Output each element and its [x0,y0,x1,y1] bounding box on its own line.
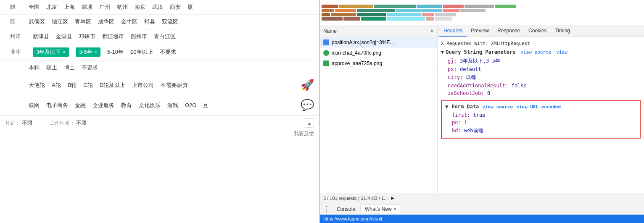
city-xian[interactable]: 西安 [170,3,181,11]
network-status-bar: 3 / 101 requests | 21.4 KB / 1... ▶ [320,193,644,203]
city-more[interactable]: 厦 [187,3,193,11]
fund-series-b[interactable]: B轮 [68,81,77,89]
sub-qingbaijiang[interactable]: 青白江区 [154,33,176,40]
city-shenzhen[interactable]: 深圳 [82,3,92,11]
left-panel: 限 全国 北京 上海 深圳 广州 杭州 南京 武汉 西安 厦 区 武侯区 锦江区… [0,0,319,223]
district-wuhou[interactable]: 武侯区 [29,18,45,26]
industry-o2o[interactable]: O2O [185,102,196,108]
sub-dujiangyan[interactable]: 都江堰市 [102,33,124,40]
tab-response[interactable]: Response [493,25,524,37]
sub-pengzhou[interactable]: 彭州市 [131,33,147,40]
view-link[interactable]: view [556,50,567,55]
edu-master[interactable]: 硕士 [46,64,57,71]
bar-seg [465,5,494,8]
tag-3to5years[interactable]: 3-5年 × [76,47,100,57]
form-data-view-source-link[interactable]: view source [482,104,513,110]
district-pixian[interactable]: 郫县 [144,18,155,26]
tab-headers[interactable]: Headers [439,25,467,37]
city-all[interactable]: 全国 [29,3,40,11]
whats-new-close[interactable]: × [393,206,396,212]
devtools-panel: Name × positionAjax.json?gj=3%E... icon-… [319,0,644,223]
bar-seg [343,17,360,21]
scroll-right-arrow[interactable]: ▶ [391,195,394,201]
view-source-link[interactable]: view source [520,50,551,55]
bar-seg [443,5,464,8]
education-filter-row: 本科 硕士 博士 不要求 [0,60,319,75]
exp-10above[interactable]: 10年以上 [130,48,153,56]
city-beijing[interactable]: 北京 [46,3,57,11]
more-options-icon[interactable]: ⋮ [322,205,332,213]
fund-angel[interactable]: 天使轮 [29,81,45,89]
chart-bar-row-1 [322,5,642,8]
file-name-1: positionAjax.json?gj=3%E... [332,39,394,45]
form-data-view-url-encoded-link[interactable]: view URL encoded [516,104,561,110]
subcity-filter-row: 州市 新津县 金堂县 邛崃市 都江堰市 彭州市 青白江区 [0,29,319,44]
industry-more2[interactable]: 互 [203,102,209,109]
city-nanjing[interactable]: 南京 [135,3,145,11]
file-item-3[interactable]: approve_aae725a.png [320,58,437,69]
industry-entertainment[interactable]: 文化娱乐 [139,102,161,109]
city-hangzhou[interactable]: 杭州 [117,3,128,11]
district-chenghua[interactable]: 成华区 [98,18,114,26]
edu-phd[interactable]: 博士 [64,64,75,71]
file-item-2[interactable]: icon-chat_4a70ffc.png [320,48,437,58]
city-guangzhou[interactable]: 广州 [99,3,110,11]
bar-seg [396,9,442,12]
sub-xinjin[interactable]: 新津县 [33,33,49,40]
bar-seg [339,5,373,8]
bar-seg [322,13,330,16]
industry-internet[interactable]: 联网 [29,102,40,109]
tag-3years-below[interactable]: 3年及以下 × [33,47,69,57]
file-icon-shield-3 [323,60,329,66]
industry-filter-row: 联网 电子商务 金融 企业服务 教育 文化娱乐 游戏 O2O 互 💬 [0,95,319,115]
industry-games[interactable]: 游戏 [167,102,178,109]
file-icon-blue-1 [323,39,329,45]
transfer-size: 21.4 KB / 1... [361,196,388,201]
edu-bachelor[interactable]: 本科 [29,64,40,71]
x-requested-with-line: X-Requested-With: XMLHttpRequest [438,39,644,47]
file-name-3: approve_aae725a.png [332,60,382,66]
fund-no-funding[interactable]: 不需要融资 [161,81,188,89]
row-label-3: 州市 [5,33,26,40]
fund-series-d[interactable]: D轮及以上 [100,81,125,89]
bar-seg [374,5,416,8]
industry-finance[interactable]: 金融 [75,102,86,109]
edu-notrequired[interactable]: 不要求 [82,64,98,71]
bar-seg [426,17,434,21]
district-jinniu[interactable]: 金牛区 [121,18,137,26]
file-list-close[interactable]: × [430,28,434,34]
city-shanghai[interactable]: 上海 [64,3,75,11]
fund-series-a[interactable]: A轮 [52,81,61,89]
sub-jintang[interactable]: 金堂县 [56,33,72,40]
tag-3to5-close[interactable]: × [94,49,97,55]
fund-series-c[interactable]: C轮 [83,81,92,89]
exp-notrequired[interactable]: 不要求 [160,48,176,56]
industry-enterprise[interactable]: 企业服务 [92,102,114,109]
scroll-up-button[interactable]: ▲ [305,118,314,128]
bar-seg [495,5,516,8]
whats-new-tab[interactable]: What's New × [360,205,401,213]
console-tab[interactable]: Console [333,205,359,213]
industry-ecommerce[interactable]: 电子商务 [46,102,68,109]
file-item-1[interactable]: positionAjax.json?gj=3%E... [320,37,437,48]
district-shuangliu[interactable]: 双流区 [162,18,178,26]
industry-education[interactable]: 教育 [121,102,132,109]
tab-timing[interactable]: Timing [551,25,574,37]
district-jinjiang[interactable]: 锦江区 [52,18,68,26]
bar-seg [322,5,338,8]
funding-filter-row: 天使轮 A轮 B轮 C轮 D轮及以上 上市公司 不需要融资 🚀 [0,75,319,95]
city-filter-row: 限 全国 北京 上海 深圳 广州 杭州 南京 武汉 西安 厦 [0,0,319,15]
bar-seg [435,13,456,16]
city-wuhan[interactable]: 武汉 [152,3,163,11]
tab-preview[interactable]: Preview [467,25,493,37]
district-qingyang[interactable]: 青羊区 [75,18,91,26]
param-city: city: 成都 [441,73,641,82]
sub-qionglai[interactable]: 邛崃市 [79,33,95,40]
exp-5to10[interactable]: 5-10年 [107,48,124,56]
tag-3years-close[interactable]: × [63,49,66,55]
fund-listed[interactable]: 上市公司 [132,81,154,89]
bar-seg [443,9,459,12]
tab-cookies[interactable]: Cookies [524,25,551,37]
query-string-header: ▼ Query String Parameters view source vi… [441,49,641,55]
separator-pipe: | [358,196,359,201]
